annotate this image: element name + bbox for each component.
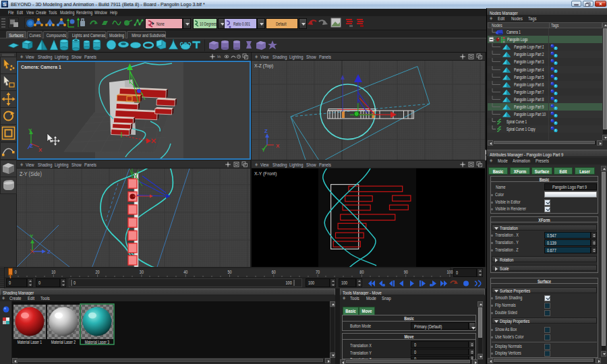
svg-text:Y: Y (30, 233, 34, 239)
svg-text:⅓: ⅓ (217, 55, 221, 59)
svg-text:Y: Y (28, 127, 32, 133)
svg-text:X: X (38, 147, 42, 153)
svg-text:X: X (276, 143, 280, 149)
svg-text:Z: Z (47, 249, 51, 255)
svg-text:Z: Z (264, 128, 268, 134)
svg-text:Y: Y (262, 147, 266, 153)
